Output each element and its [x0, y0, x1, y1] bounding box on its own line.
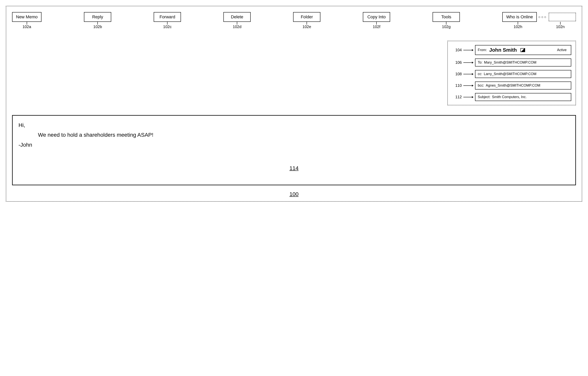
ref-114: 114 [19, 163, 569, 173]
svg-marker-9 [472, 96, 473, 98]
presence-status: Active [557, 48, 568, 52]
delete-button[interactable]: Delete [223, 12, 251, 22]
to-field[interactable]: To: Mary_Smith@SMITHCOMP.COM [475, 58, 571, 66]
tools-button[interactable]: Tools [433, 12, 460, 22]
toolbar-ellipsis: ○○○ [537, 15, 548, 19]
subject-row: 112 Subject: Smith Computers, Inc. [452, 93, 571, 101]
reply-button[interactable]: Reply [84, 12, 111, 22]
body-line: We need to hold a shareholders meeting A… [38, 130, 569, 140]
ref-102c: 102c [163, 25, 172, 29]
from-label: From: [478, 48, 487, 52]
ref-106: 106 [452, 60, 462, 65]
ref-102b: 102b [93, 25, 102, 29]
copy-into-button[interactable]: Copy Into [363, 12, 390, 22]
ref-102g: 102g [442, 25, 451, 29]
svg-marker-5 [472, 73, 473, 75]
who-is-online-button[interactable]: Who is Online [502, 12, 537, 22]
email-header-panel: 104 From: John Smith Active 106 To: Mary… [447, 41, 576, 105]
ref-104: 104 [452, 48, 462, 52]
svg-marker-1 [472, 49, 473, 51]
to-value: Mary_Smith@SMITHCOMP.COM [484, 60, 536, 65]
arrow-icon [463, 61, 473, 64]
arrow-icon [463, 49, 473, 52]
to-label: To: [478, 60, 483, 65]
bcc-field[interactable]: bcc: Agnes_Smith@SMITHCOMP.COM [475, 81, 571, 89]
bcc-value: Agnes_Smith@SMITHCOMP.COM [486, 83, 540, 88]
bcc-row: 110 bcc: Agnes_Smith@SMITHCOMP.COM [452, 81, 571, 89]
new-memo-button[interactable]: New Memo [12, 12, 42, 22]
ref-102n: 102n [556, 25, 565, 29]
arrow-icon [463, 96, 473, 99]
ref-102h: 102h [514, 25, 522, 29]
gui-frame: New Memo 102a Reply 102b Forward 102c De… [6, 6, 582, 202]
subject-value: Smith Computers, Inc. [492, 95, 527, 99]
presence-icon [520, 48, 525, 52]
ref-102f: 102f [373, 25, 380, 29]
cc-field[interactable]: cc: Larry_Smith@SMITHCOMP.COM [475, 70, 571, 78]
svg-marker-7 [472, 85, 473, 87]
ref-100: 100 [12, 191, 576, 197]
subject-field[interactable]: Subject: Smith Computers, Inc. [475, 93, 571, 101]
from-field[interactable]: From: John Smith Active [475, 45, 571, 55]
from-row: 104 From: John Smith Active [452, 45, 571, 55]
ref-102e: 102e [303, 25, 311, 29]
cc-row: 108 cc: Larry_Smith@SMITHCOMP.COM [452, 70, 571, 78]
folder-button[interactable]: Folder [293, 12, 320, 22]
bcc-label: bcc: [478, 83, 484, 88]
email-body[interactable]: Hi, We need to hold a shareholders meeti… [12, 115, 576, 185]
ref-110: 110 [452, 83, 462, 88]
subject-label: Subject: [478, 95, 490, 99]
arrow-icon [463, 84, 473, 87]
svg-marker-3 [472, 62, 473, 64]
ref-112: 112 [452, 95, 462, 99]
ref-102d: 102d [233, 25, 242, 29]
placeholder-button[interactable] [549, 13, 576, 21]
forward-button[interactable]: Forward [154, 12, 181, 22]
body-greeting: Hi, [19, 120, 569, 130]
arrow-icon [463, 73, 473, 76]
cc-value: Larry_Smith@SMITHCOMP.COM [484, 72, 536, 76]
to-row: 106 To: Mary_Smith@SMITHCOMP.COM [452, 58, 571, 66]
toolbar: New Memo 102a Reply 102b Forward 102c De… [12, 12, 576, 29]
body-signoff: -John [19, 140, 569, 150]
from-name: John Smith [489, 47, 517, 53]
ref-108: 108 [452, 72, 462, 76]
ref-102a: 102a [22, 25, 31, 29]
cc-label: cc: [478, 72, 482, 76]
